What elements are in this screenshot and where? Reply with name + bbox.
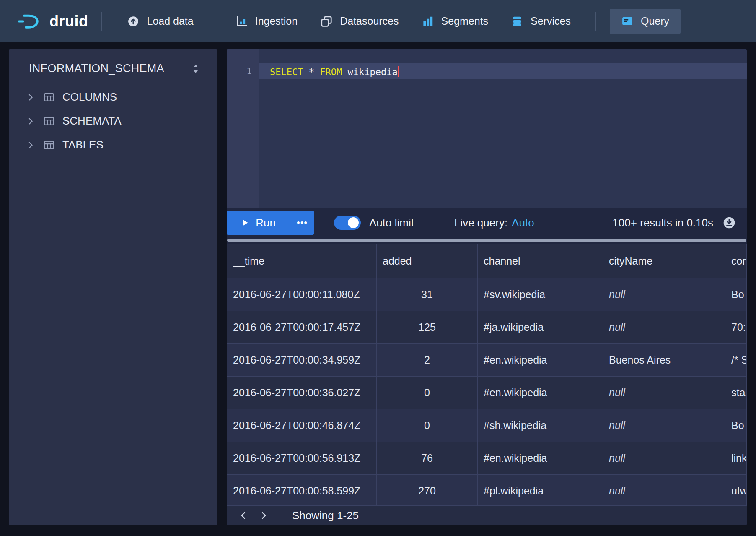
table-icon — [43, 115, 55, 127]
text-cursor — [398, 66, 399, 77]
chevron-right-icon[interactable] — [26, 116, 36, 126]
cell-comment[interactable]: 70: — [725, 311, 747, 344]
column-header-comment[interactable]: comment — [725, 244, 747, 278]
run-bar: Run ••• Auto limit Live query: Auto 100+… — [227, 208, 747, 237]
cell-comment[interactable]: link — [725, 442, 747, 475]
run-more-button[interactable]: ••• — [290, 211, 314, 235]
play-icon — [241, 218, 250, 228]
druid-logo-icon — [16, 12, 43, 31]
showing-label: Showing 1-25 — [292, 509, 359, 522]
ingestion-icon — [236, 15, 248, 28]
table-row: 2016-06-27T00:00:58.599Z 270 #pl.wikiped… — [227, 475, 747, 506]
cell-time[interactable]: 2016-06-27T00:00:17.457Z — [227, 311, 377, 344]
run-button[interactable]: Run — [227, 211, 290, 235]
cell-channel[interactable]: #en.wikipedia — [478, 377, 603, 409]
cell-time[interactable]: 2016-06-27T00:00:56.913Z — [227, 442, 377, 475]
nav-label: Datasources — [340, 15, 399, 27]
cell-added[interactable]: 2 — [377, 344, 478, 377]
sql-editor[interactable]: 1 SELECT * FROM wikipedia — [227, 49, 747, 208]
sql-code-line[interactable]: SELECT * FROM wikipedia — [259, 49, 747, 208]
sidebar-item-schemata[interactable]: SCHEMATA — [9, 109, 217, 133]
nav-ingestion[interactable]: Ingestion — [224, 9, 309, 34]
upload-icon — [127, 15, 140, 28]
sidebar-item-columns[interactable]: COLUMNS — [9, 85, 217, 109]
cell-added[interactable]: 0 — [377, 377, 478, 409]
toggle-knob — [348, 217, 359, 228]
sidebar-item-label: COLUMNS — [62, 91, 117, 104]
live-query-value[interactable]: Auto — [512, 216, 534, 229]
ellipsis-icon: ••• — [297, 217, 308, 228]
cell-time[interactable]: 2016-06-27T00:00:11.080Z — [227, 278, 377, 311]
cell-cityname[interactable]: null — [603, 311, 725, 344]
datasources-icon — [320, 15, 333, 28]
cell-time[interactable]: 2016-06-27T00:00:34.959Z — [227, 344, 377, 377]
sidebar-item-tables[interactable]: TABLES — [9, 133, 217, 157]
cell-cityname[interactable]: null — [603, 278, 725, 311]
cell-comment[interactable]: sta — [725, 377, 747, 409]
auto-limit-toggle[interactable] — [334, 216, 361, 230]
table-row: 2016-06-27T00:00:46.874Z 0 #sh.wikipedia… — [227, 409, 747, 442]
cell-cityname[interactable]: null — [603, 409, 725, 442]
sql-text: wikipedia — [342, 67, 397, 77]
table-row: 2016-06-27T00:00:56.913Z 76 #en.wikipedi… — [227, 442, 747, 475]
cell-channel[interactable]: #en.wikipedia — [478, 344, 603, 377]
cell-time[interactable]: 2016-06-27T00:00:46.874Z — [227, 409, 377, 442]
column-header-cityname[interactable]: cityName — [603, 244, 725, 278]
druid-logo[interactable]: druid — [16, 12, 88, 31]
nav-services[interactable]: Services — [500, 9, 582, 34]
cell-added[interactable]: 125 — [377, 311, 478, 344]
pagination-bar: Showing 1-25 — [227, 505, 747, 525]
cell-cityname[interactable]: null — [603, 475, 725, 506]
cell-added[interactable]: 0 — [377, 409, 478, 442]
scrollbar-thumb[interactable] — [227, 239, 746, 242]
cell-added[interactable]: 76 — [377, 442, 478, 475]
cell-comment[interactable]: /* S — [725, 344, 747, 377]
prev-page-button[interactable] — [233, 507, 254, 524]
query-icon — [621, 15, 634, 28]
nav-label: Ingestion — [255, 15, 298, 27]
services-icon — [511, 15, 523, 28]
column-header-channel[interactable]: channel — [478, 244, 603, 278]
nav-datasources[interactable]: Datasources — [309, 9, 410, 34]
cell-channel[interactable]: #ja.wikipedia — [478, 311, 603, 344]
cell-channel[interactable]: #en.wikipedia — [478, 442, 603, 475]
chevron-right-icon[interactable] — [26, 92, 36, 102]
horizontal-scrollbar — [227, 237, 747, 244]
nav-label: Segments — [441, 15, 489, 27]
table-icon — [43, 91, 55, 103]
nav-load-data[interactable]: Load data — [116, 9, 205, 34]
cell-comment[interactable]: Bo — [725, 409, 747, 442]
column-header-time[interactable]: __time — [227, 244, 377, 278]
table-icon — [43, 139, 55, 151]
cell-channel[interactable]: #pl.wikipedia — [478, 475, 603, 506]
cell-comment[interactable]: Bo — [725, 278, 747, 311]
table-row: 2016-06-27T00:00:17.457Z 125 #ja.wikiped… — [227, 311, 747, 344]
table-row: 2016-06-27T00:00:36.027Z 0 #en.wikipedia… — [227, 377, 747, 409]
sidebar-item-label: TABLES — [62, 138, 104, 151]
cell-cityname[interactable]: Buenos Aires — [603, 344, 725, 377]
cell-channel[interactable]: #sv.wikipedia — [478, 278, 603, 311]
main-nav: Load data Ingestion Datasources — [116, 9, 681, 34]
cell-added[interactable]: 270 — [377, 475, 478, 506]
cell-cityname[interactable]: null — [603, 377, 725, 409]
cell-channel[interactable]: #sh.wikipedia — [478, 409, 603, 442]
download-icon[interactable] — [722, 216, 736, 229]
cell-cityname[interactable]: null — [603, 442, 725, 475]
cell-comment[interactable]: utw — [725, 475, 747, 506]
sort-caret-icon[interactable] — [191, 63, 201, 75]
cell-added[interactable]: 31 — [377, 278, 478, 311]
nav-segments[interactable]: Segments — [410, 9, 500, 34]
topbar-divider — [595, 12, 596, 31]
column-header-added[interactable]: added — [377, 244, 478, 278]
cell-time[interactable]: 2016-06-27T00:00:36.027Z — [227, 377, 377, 409]
auto-limit-label: Auto limit — [369, 216, 414, 229]
nav-query[interactable]: Query — [610, 9, 681, 34]
chevron-right-icon[interactable] — [26, 140, 36, 150]
schema-selector[interactable]: INFORMATION_SCHEMA — [9, 49, 217, 85]
next-page-button[interactable] — [254, 507, 274, 524]
cell-time[interactable]: 2016-06-27T00:00:58.599Z — [227, 475, 377, 506]
table-row: 2016-06-27T00:00:34.959Z 2 #en.wikipedia… — [227, 344, 747, 377]
live-query-label: Live query: — [454, 216, 507, 229]
header-row: __time added channel cityName comment — [227, 244, 747, 278]
top-nav-bar: druid Load data Ingestion — [0, 0, 756, 42]
